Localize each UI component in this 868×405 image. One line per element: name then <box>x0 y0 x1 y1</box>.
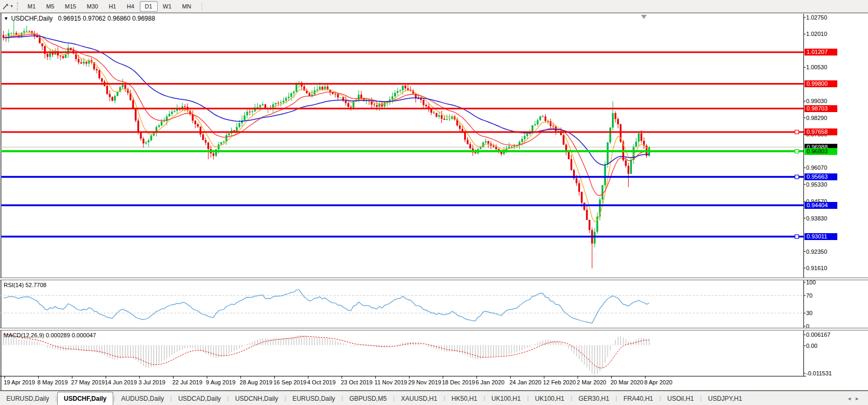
chart-tab-ger30-h1[interactable]: GER30,H1 <box>572 392 616 405</box>
candle-body <box>602 185 603 199</box>
timeframe-button-w1[interactable]: W1 <box>158 1 177 12</box>
candle-body <box>524 136 526 139</box>
candle-body <box>192 114 193 121</box>
chart-tab-fra40-h1[interactable]: FRA40,H1 <box>617 392 659 405</box>
candle-body <box>358 95 359 100</box>
chart-tab-eurusd-daily[interactable]: EURUSD,Daily <box>286 392 341 405</box>
timeframe-button-mn[interactable]: MN <box>177 1 196 12</box>
timeframe-button-h1[interactable]: H1 <box>103 1 121 12</box>
ma-line-slow <box>3 36 649 165</box>
candle-body <box>259 105 261 107</box>
ma-line-mid <box>3 34 649 196</box>
timeframe-button-d1[interactable]: D1 <box>140 1 158 12</box>
chart-tab-usdjpy-h1[interactable]: USDJPY,H1 <box>702 392 748 405</box>
candle-body <box>78 59 79 62</box>
candle-body <box>52 53 53 54</box>
hline-handle[interactable] <box>795 150 799 153</box>
price-tick-label: 0.91610 <box>806 265 827 271</box>
candle-body <box>625 160 627 165</box>
date-axis-label: 16 Sep 2019 <box>274 379 306 385</box>
candle-body <box>345 100 347 103</box>
price-chart-canvas[interactable] <box>0 0 868 405</box>
candle-body <box>436 113 437 117</box>
candle-body <box>223 142 224 142</box>
chart-tab-usoil-h1[interactable]: USOil,H1 <box>661 392 700 405</box>
chart-tab-gbpusd-m5[interactable]: GBPUSD,M5 <box>343 392 393 405</box>
hline-handle[interactable] <box>795 130 799 134</box>
candle-body <box>277 103 279 104</box>
candle-body <box>98 70 100 78</box>
date-axis-label: 18 Dec 2019 <box>442 379 475 385</box>
candle-body <box>138 121 139 132</box>
chart-title: ▼USDCHF,Daily0.96915 0.97062 0.96860 0.9… <box>4 15 155 22</box>
candle-body <box>197 124 198 126</box>
price-badge-0.98703: 0.98703 <box>804 105 837 112</box>
chart-tab-xauusd-h1[interactable]: XAUUSD,H1 <box>394 392 444 405</box>
date-axis-label: 2 Mar 2020 <box>577 379 607 385</box>
candle-body <box>205 140 206 143</box>
candle-body <box>184 106 186 107</box>
dropdown-caret-icon[interactable]: ▾ <box>11 4 13 8</box>
candle-body <box>122 85 123 87</box>
collapse-chart-icon[interactable]: ▼ <box>4 16 8 21</box>
hline-handle[interactable] <box>795 175 799 179</box>
timeframe-button-m1[interactable]: M1 <box>22 1 41 12</box>
candle-body <box>295 85 297 92</box>
chart-tab-hk50-h1[interactable]: HK50,H1 <box>445 392 484 405</box>
candle-body <box>612 113 613 128</box>
chart-tab-uk100-h1[interactable]: UK100,H1 <box>485 392 527 405</box>
price-tick-label: 0.98290 <box>806 115 827 121</box>
candle-body <box>293 91 295 93</box>
timeframe-button-m5[interactable]: M5 <box>41 1 59 12</box>
candle-body <box>589 220 590 230</box>
candle-body <box>106 86 108 94</box>
candle-body <box>547 121 549 122</box>
rsi-pane-splitter[interactable] <box>0 278 868 280</box>
chart-tab-eurusd-daily[interactable]: EURUSD,Daily <box>0 392 56 405</box>
candle-body <box>397 91 399 93</box>
toolbar-separator <box>202 2 202 11</box>
macd-pane-splitter[interactable] <box>0 328 868 330</box>
candle-body <box>563 135 564 145</box>
date-axis-label: 8 May 2019 <box>38 379 68 385</box>
chart-symbol-label: USDCHF,Daily <box>11 15 53 22</box>
candle-body <box>350 107 351 107</box>
price-tick-label: 0.96070 <box>806 164 827 171</box>
candle-body <box>581 192 582 203</box>
chart-tab-audusd-daily[interactable]: AUDUSD,Daily <box>115 392 170 405</box>
candle-body <box>23 31 25 33</box>
candle-body <box>60 56 61 57</box>
candle-body <box>148 140 149 142</box>
chart-tab-usdcad-daily[interactable]: USDCAD,Daily <box>172 392 228 405</box>
candle-body <box>101 78 103 81</box>
candle-body <box>41 43 43 46</box>
candle-body <box>280 103 282 103</box>
timeframe-button-h4[interactable]: H4 <box>121 1 139 12</box>
hline-handle[interactable] <box>795 235 799 238</box>
chart-tab-usdchf-daily[interactable]: USDCHF,Daily <box>57 392 114 405</box>
candle-body <box>607 142 608 164</box>
candle-body <box>13 33 14 33</box>
candle-body <box>194 121 196 124</box>
drawing-tool-icon[interactable] <box>1 2 11 11</box>
timeframe-button-m30[interactable]: M30 <box>82 1 103 12</box>
prev-charts-button[interactable]: ◄ <box>847 396 855 401</box>
candle-body <box>594 232 595 243</box>
price-badge-0.93011: 0.93011 <box>804 233 837 240</box>
candle-body <box>135 108 137 121</box>
toolbar-grip[interactable] <box>17 2 18 11</box>
candle-body <box>534 124 536 125</box>
candle-body <box>446 119 448 120</box>
timeframe-button-m15[interactable]: M15 <box>60 1 82 12</box>
candle-body <box>467 140 468 144</box>
chart-tab-uk100-h1[interactable]: UK100,H1 <box>529 392 571 405</box>
chart-tab-usdcnh-daily[interactable]: USDCNH,Daily <box>229 392 284 405</box>
next-charts-button[interactable]: ► <box>855 396 863 401</box>
price-tick-label: 0.93830 <box>806 215 827 222</box>
candle-body <box>399 90 401 91</box>
candle-body <box>161 122 162 126</box>
candle-body <box>239 123 240 127</box>
candle-body <box>531 125 533 132</box>
candle-body <box>319 87 321 89</box>
candle-body <box>542 116 544 117</box>
